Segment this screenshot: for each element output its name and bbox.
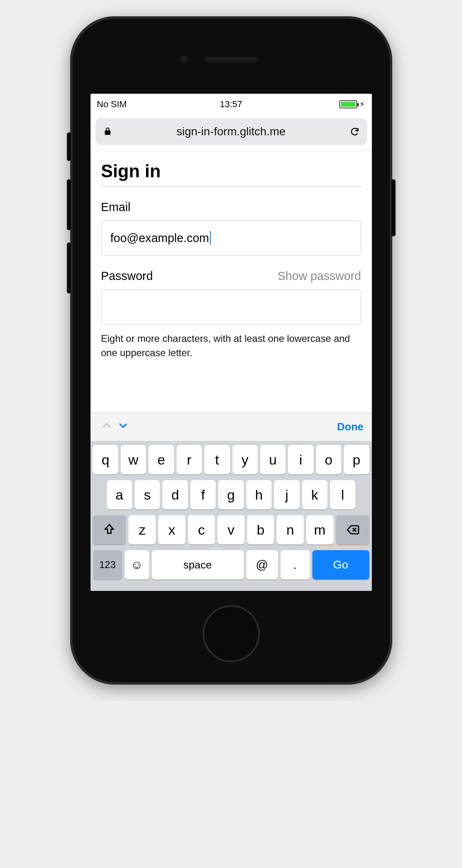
key-q[interactable]: q bbox=[93, 445, 118, 474]
key-v[interactable]: v bbox=[217, 515, 245, 544]
backspace-icon bbox=[346, 523, 360, 537]
key-u[interactable]: u bbox=[260, 445, 285, 474]
volume-down-button bbox=[67, 242, 71, 293]
key-at[interactable]: @ bbox=[246, 550, 278, 579]
browser-chrome: sign-in-form.glitch.me bbox=[91, 115, 372, 151]
key-o[interactable]: o bbox=[316, 445, 341, 474]
key-r[interactable]: r bbox=[177, 445, 202, 474]
key-numbers[interactable]: 123 bbox=[93, 550, 122, 579]
home-button[interactable] bbox=[203, 605, 260, 662]
email-label: Email bbox=[101, 200, 361, 214]
password-field[interactable] bbox=[101, 289, 361, 324]
screen: No SIM 13:57 ⚡︎ sign-in-form.glitch.me S… bbox=[91, 94, 372, 591]
address-bar[interactable]: sign-in-form.glitch.me bbox=[95, 118, 367, 145]
email-field[interactable]: foo@example.com bbox=[101, 220, 361, 256]
phone-speaker bbox=[205, 57, 258, 62]
key-j[interactable]: j bbox=[274, 480, 299, 509]
key-z[interactable]: z bbox=[128, 515, 156, 544]
status-right: ⚡︎ bbox=[276, 100, 365, 109]
key-x[interactable]: x bbox=[158, 515, 186, 544]
charging-icon: ⚡︎ bbox=[360, 100, 365, 109]
phone-frame: No SIM 13:57 ⚡︎ sign-in-form.glitch.me S… bbox=[70, 16, 392, 685]
key-l[interactable]: l bbox=[330, 480, 355, 509]
key-dot[interactable]: . bbox=[281, 550, 310, 579]
password-label: Password bbox=[101, 269, 153, 283]
key-k[interactable]: k bbox=[302, 480, 327, 509]
keyboard-accessory: Done bbox=[91, 412, 372, 441]
key-d[interactable]: d bbox=[162, 480, 188, 509]
status-bar: No SIM 13:57 ⚡︎ bbox=[91, 94, 372, 115]
key-i[interactable]: i bbox=[288, 445, 313, 474]
key-n[interactable]: n bbox=[276, 515, 304, 544]
email-value: foo@example.com bbox=[111, 231, 209, 245]
keyboard: q w e r t y u i o p a s d f g h j k l bbox=[91, 441, 372, 591]
page-title: Sign in bbox=[101, 161, 361, 187]
key-t[interactable]: t bbox=[204, 445, 230, 474]
key-backspace[interactable] bbox=[336, 515, 369, 544]
key-b[interactable]: b bbox=[247, 515, 274, 544]
password-hint: Eight or more characters, with at least … bbox=[101, 332, 361, 360]
volume-up-button bbox=[67, 179, 71, 230]
key-a[interactable]: a bbox=[107, 480, 132, 509]
clock-label: 13:57 bbox=[186, 99, 276, 110]
text-caret bbox=[210, 231, 211, 245]
lock-icon bbox=[103, 127, 113, 137]
key-space[interactable]: space bbox=[152, 550, 244, 579]
page-content: Sign in Email foo@example.com Password S… bbox=[91, 151, 372, 412]
emoji-icon: ☺ bbox=[130, 558, 143, 572]
key-go[interactable]: Go bbox=[312, 550, 369, 579]
password-group: Password Show password Eight or more cha… bbox=[101, 269, 361, 360]
power-button bbox=[391, 179, 396, 236]
key-shift[interactable] bbox=[93, 515, 126, 544]
key-s[interactable]: s bbox=[135, 480, 160, 509]
keyboard-done-button[interactable]: Done bbox=[337, 421, 364, 433]
next-field-button[interactable] bbox=[115, 420, 131, 434]
email-group: Email foo@example.com bbox=[101, 200, 361, 256]
key-g[interactable]: g bbox=[218, 480, 243, 509]
key-h[interactable]: h bbox=[246, 480, 272, 509]
front-camera bbox=[180, 55, 188, 64]
key-y[interactable]: y bbox=[232, 445, 258, 474]
key-emoji[interactable]: ☺ bbox=[125, 550, 149, 579]
mute-switch bbox=[67, 132, 71, 161]
reload-icon[interactable] bbox=[350, 127, 360, 137]
previous-field-button bbox=[99, 420, 115, 434]
key-f[interactable]: f bbox=[190, 480, 216, 509]
key-e[interactable]: e bbox=[148, 445, 174, 474]
shift-icon bbox=[102, 523, 116, 537]
battery-icon bbox=[339, 100, 357, 108]
key-c[interactable]: c bbox=[188, 515, 215, 544]
carrier-label: No SIM bbox=[97, 99, 186, 110]
key-p[interactable]: p bbox=[344, 445, 369, 474]
key-m[interactable]: m bbox=[306, 515, 334, 544]
key-w[interactable]: w bbox=[121, 445, 146, 474]
show-password-button[interactable]: Show password bbox=[278, 269, 361, 283]
url-text: sign-in-form.glitch.me bbox=[117, 125, 346, 138]
